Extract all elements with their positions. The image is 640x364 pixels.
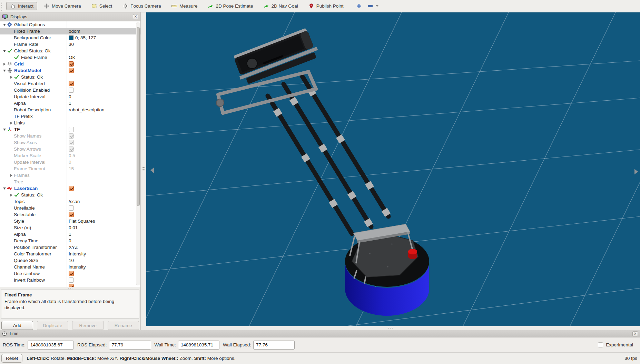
tree-row-selectable[interactable]: Selectable — [0, 211, 140, 218]
expand-triangle-icon[interactable] — [2, 70, 7, 72]
tree-row-value[interactable]: Flat Squares — [69, 219, 95, 224]
tree-row-tf-prefix[interactable]: TF Prefix — [0, 113, 140, 120]
tree-row-value[interactable]: Intensity — [69, 251, 86, 256]
expand-triangle-icon[interactable] — [2, 188, 7, 190]
tree-row-value[interactable] — [69, 61, 74, 67]
tree-row-laserscan[interactable]: LaserScan — [0, 185, 140, 192]
tree-row-robotmodel[interactable]: RobotModel — [0, 67, 140, 74]
reset-button[interactable]: Reset — [1, 354, 22, 363]
tool-interact[interactable]: Interact — [6, 2, 37, 10]
tree-row-value[interactable] — [69, 271, 74, 276]
dock-splitter[interactable] — [141, 12, 146, 326]
tree-row-size-m[interactable]: Size (m)0.01 — [0, 224, 140, 231]
tree-row-grid[interactable]: Grid — [0, 61, 140, 67]
tree-row-queue-size[interactable]: Queue Size10 — [0, 257, 140, 264]
tree-row-show-arrows[interactable]: Show Arrows — [0, 146, 140, 152]
tree-row-value[interactable] — [69, 205, 74, 211]
tree-row-unreliable[interactable]: Unreliable — [0, 205, 140, 211]
time-field-input[interactable]: 1488981035.67 — [28, 341, 74, 350]
checkbox[interactable] — [69, 140, 74, 145]
tree-row-show-names[interactable]: Show Names — [0, 133, 140, 139]
tree-row-value[interactable]: intensity — [69, 264, 86, 270]
tree-row-value[interactable]: odom — [69, 29, 80, 34]
tree-row-value[interactable]: 0; 85; 127 — [69, 35, 96, 40]
checkbox[interactable] — [69, 81, 74, 86]
tool-2d-nav-goal[interactable]: 2D Nav Goal — [259, 2, 302, 10]
tree-row-channel-name[interactable]: Channel Nameintensity — [0, 264, 140, 270]
add-button[interactable]: Add — [1, 321, 33, 330]
tree-row-frame-timeout[interactable]: Frame Timeout15 — [0, 165, 140, 172]
tree-row-value[interactable] — [69, 133, 74, 139]
tree-row-update-interval[interactable]: Update Interval0 — [0, 93, 140, 100]
tree-row-value[interactable] — [69, 127, 74, 132]
tree-row-value[interactable]: 0 — [69, 160, 71, 165]
collapse-left-dock-arrow-icon[interactable] — [150, 168, 154, 173]
add-tool-button[interactable] — [356, 3, 362, 9]
tree-row-collision-enabled[interactable]: Collision Enabled — [0, 87, 140, 93]
tree-row-style[interactable]: StyleFlat Squares — [0, 218, 140, 224]
tree-row-value[interactable] — [69, 277, 74, 283]
checkbox[interactable] — [69, 186, 74, 191]
tree-row-value[interactable] — [69, 81, 74, 86]
tree-row-frame-rate[interactable]: Frame Rate30 — [0, 41, 140, 48]
checkbox[interactable] — [69, 61, 74, 67]
tree-row-value[interactable]: 0 — [69, 94, 71, 99]
collapse-triangle-icon[interactable] — [9, 174, 14, 177]
tree-row-value[interactable]: XYZ — [69, 245, 78, 250]
checkbox[interactable] — [69, 284, 74, 287]
tree-row-global-status-ok[interactable]: Global Status: Ok — [0, 48, 140, 54]
tree-row-marker-scale[interactable]: Marker Scale0.5 — [0, 152, 140, 159]
tool-2d-pose-estimate[interactable]: 2D Pose Estimate — [204, 2, 257, 10]
time-field-input[interactable]: 77.76 — [253, 341, 295, 350]
checkbox[interactable] — [69, 127, 74, 132]
tree-row-update-interval[interactable]: Update Interval0 — [0, 159, 140, 165]
caret-down-icon[interactable] — [376, 5, 378, 7]
collapse-triangle-icon[interactable] — [9, 194, 14, 196]
checkbox[interactable] — [69, 68, 74, 73]
checkbox[interactable] — [69, 271, 74, 276]
tree-row-tree[interactable]: Tree — [0, 179, 140, 185]
collapse-right-dock-arrow-icon[interactable] — [634, 169, 638, 174]
tool-focus-camera[interactable]: Focus Camera — [119, 2, 165, 10]
close-icon[interactable]: × — [632, 331, 638, 336]
time-panel-titlebar[interactable]: Time × — [0, 330, 640, 337]
tree-row-value[interactable]: /scan — [69, 199, 80, 204]
tree-row-global-options[interactable]: Global Options — [0, 21, 140, 28]
expand-triangle-icon[interactable] — [2, 50, 7, 52]
tree-row-fixed-frame[interactable]: Fixed FrameOK — [0, 54, 140, 61]
checkbox[interactable] — [69, 212, 74, 217]
tree-row-row[interactable] — [0, 283, 140, 287]
close-icon[interactable]: × — [133, 14, 138, 19]
tree-row-fixed-frame[interactable]: Fixed Frameodom — [0, 28, 140, 34]
tree-row-value[interactable]: 30 — [69, 42, 74, 47]
tree-row-value[interactable] — [69, 212, 74, 217]
tree-row-alpha[interactable]: Alpha1 — [0, 231, 140, 237]
tree-row-value[interactable]: 0 — [69, 238, 71, 243]
tree-row-value[interactable] — [69, 88, 74, 93]
checkbox[interactable] — [69, 88, 74, 93]
tree-row-color-transformer[interactable]: Color TransformerIntensity — [0, 251, 140, 257]
tool-publish-point[interactable]: Publish Point — [305, 2, 347, 10]
checkbox[interactable] — [69, 277, 74, 283]
tree-row-show-axes[interactable]: Show Axes — [0, 139, 140, 146]
experimental-checkbox[interactable] — [598, 342, 603, 347]
tree-row-background-color[interactable]: Background Color0; 85; 127 — [0, 34, 140, 41]
collapse-triangle-icon[interactable] — [9, 122, 14, 124]
expand-triangle-icon[interactable] — [2, 24, 7, 26]
tree-scrollbar[interactable] — [136, 22, 140, 285]
tool-move-camera[interactable]: Move Camera — [40, 2, 85, 10]
checkbox[interactable] — [69, 146, 74, 152]
tree-row-value[interactable]: 0.01 — [69, 225, 78, 230]
time-panel-splitter[interactable] — [141, 326, 640, 330]
tree-row-value[interactable]: robot_description — [69, 107, 105, 112]
tree-row-robot-description[interactable]: Robot Descriptionrobot_description — [0, 107, 140, 113]
tree-row-value[interactable] — [69, 186, 74, 191]
tree-row-value[interactable] — [69, 68, 74, 73]
help-splitter[interactable] — [0, 287, 140, 290]
time-field-input[interactable]: 77.79 — [109, 341, 151, 350]
time-field-input[interactable]: 1488981035.71 — [178, 341, 219, 350]
expand-triangle-icon[interactable] — [2, 129, 7, 131]
tree-row-links[interactable]: Links — [0, 120, 140, 126]
tree-row-value[interactable]: 1 — [69, 101, 71, 106]
displays-panel-titlebar[interactable]: Displays × — [0, 12, 140, 21]
